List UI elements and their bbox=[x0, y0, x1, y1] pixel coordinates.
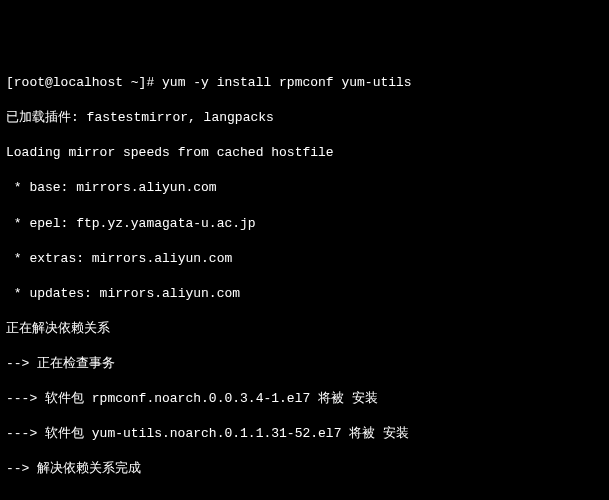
output-line: 正在解决依赖关系 bbox=[6, 320, 603, 338]
output-line: * updates: mirrors.aliyun.com bbox=[6, 285, 603, 303]
output-line: 已加载插件: fastestmirror, langpacks bbox=[6, 109, 603, 127]
output-line: ---> 软件包 yum-utils.noarch.0.1.1.31-52.el… bbox=[6, 425, 603, 443]
output-line: * extras: mirrors.aliyun.com bbox=[6, 250, 603, 268]
output-line: --> 正在检查事务 bbox=[6, 355, 603, 373]
output-line: * epel: ftp.yz.yamagata-u.ac.jp bbox=[6, 215, 603, 233]
output-line: ---> 软件包 rpmconf.noarch.0.0.3.4-1.el7 将被… bbox=[6, 390, 603, 408]
shell-prompt[interactable]: [root@localhost ~]# yum -y install rpmco… bbox=[6, 74, 603, 92]
output-line: * base: mirrors.aliyun.com bbox=[6, 179, 603, 197]
output-line: --> 解决依赖关系完成 bbox=[6, 460, 603, 478]
output-line: Loading mirror speeds from cached hostfi… bbox=[6, 144, 603, 162]
